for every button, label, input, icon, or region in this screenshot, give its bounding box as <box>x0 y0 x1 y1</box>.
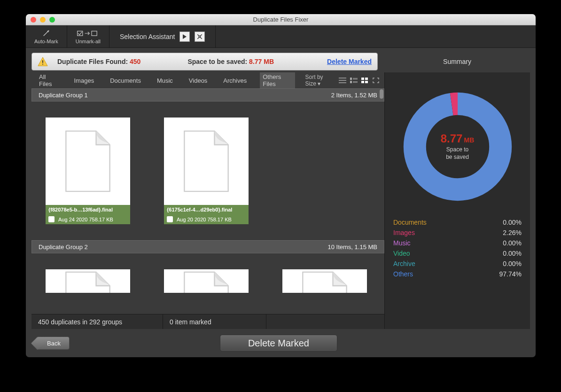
legend-archive-pct: 0.00% <box>503 260 522 267</box>
tab-all-files[interactable]: All Files <box>36 72 61 89</box>
toolbar: Auto-Mark Unmark-all Selection Assistant <box>26 25 536 48</box>
view-detail-icon[interactable] <box>350 77 358 84</box>
svg-rect-4 <box>42 64 43 65</box>
file-card[interactable]: {6175c1ef-4…d29eb0}.final Aug 20 2020 75… <box>164 118 249 224</box>
svg-rect-10 <box>353 82 358 83</box>
view-grid-icon[interactable] <box>361 77 368 84</box>
svg-rect-1 <box>92 31 97 36</box>
summary-title: Summary <box>384 53 530 71</box>
group-meta: 10 Items, 1.15 MB <box>328 243 378 251</box>
svg-rect-12 <box>365 78 368 80</box>
titlebar: Duplicate Files Fixer <box>26 14 536 25</box>
file-meta: Aug 20 2020 758.17 KB <box>177 217 232 222</box>
file-meta: Aug 24 2020 758.17 KB <box>58 217 113 222</box>
status-marked-count: 0 item marked <box>163 314 266 329</box>
selection-assistant: Selection Assistant <box>109 25 216 47</box>
group-name: Duplicate Group 2 <box>39 243 88 251</box>
automark-label: Auto-Mark <box>34 39 58 44</box>
legend-documents-pct: 0.00% <box>503 219 522 226</box>
back-button[interactable]: Back <box>36 337 70 350</box>
selection-assistant-label: Selection Assistant <box>120 33 175 40</box>
unmarkall-button[interactable]: Unmark-all <box>67 25 109 47</box>
file-card[interactable] <box>164 269 249 293</box>
svg-point-2 <box>199 36 201 38</box>
delete-marked-link[interactable]: Delete Marked <box>327 58 372 65</box>
status-dup-count: 450 duplicates in 292 groups <box>31 314 163 329</box>
donut-value: 8.77 <box>441 132 463 145</box>
legend: Documents0.00% Images2.26% Music0.00% Vi… <box>393 217 522 279</box>
tab-archives[interactable]: Archives <box>220 75 249 86</box>
svg-rect-6 <box>353 78 358 78</box>
automark-button[interactable]: Auto-Mark <box>26 25 67 47</box>
scrollbar-thumb[interactable] <box>380 89 383 99</box>
svg-rect-14 <box>365 81 368 83</box>
group-header-2[interactable]: Duplicate Group 2 10 Items, 1.15 MB <box>31 240 384 253</box>
legend-video: Video <box>393 250 503 257</box>
assistant-settings-button[interactable] <box>195 31 205 42</box>
legend-documents: Documents <box>393 219 503 226</box>
infobar: Duplicate Files Found: 450 Space to be s… <box>31 53 530 71</box>
file-card[interactable]: {f82078e5-b…13f6ad}.final Aug 24 2020 75… <box>46 118 130 224</box>
bottombar: Back Delete Marked <box>26 329 536 357</box>
minimize-icon[interactable] <box>40 17 46 23</box>
view-list-icon[interactable] <box>339 77 346 84</box>
svg-rect-11 <box>361 78 364 80</box>
group-header-1[interactable]: Duplicate Group 1 2 Items, 1.52 MB <box>31 88 384 102</box>
legend-music: Music <box>393 239 503 247</box>
legend-archive: Archive <box>393 260 503 267</box>
space-value: 8.77 MB <box>249 58 274 65</box>
close-icon[interactable] <box>31 17 36 23</box>
dup-found-label: Duplicate Files Found: <box>57 58 128 65</box>
assistant-play-button[interactable] <box>179 31 190 42</box>
file-name: {6175c1ef-4…d29eb0}.final <box>164 205 249 214</box>
legend-others: Others <box>393 270 499 278</box>
app-window: Duplicate Files Fixer Auto-Mark Unmark-a… <box>26 14 536 357</box>
file-icon <box>164 269 249 293</box>
delete-marked-button[interactable]: Delete Marked <box>220 335 337 352</box>
sort-label: Sort by Size <box>305 74 323 87</box>
svg-rect-9 <box>353 81 358 82</box>
svg-rect-8 <box>350 81 352 83</box>
svg-rect-7 <box>353 79 358 79</box>
file-icon <box>164 118 249 205</box>
file-icon <box>46 118 130 205</box>
infobar-content: Duplicate Files Found: 450 Space to be s… <box>31 53 378 71</box>
main-panel: All Files Images Documents Music Videos … <box>31 72 384 329</box>
file-icon <box>282 269 367 293</box>
warning-icon <box>38 56 48 67</box>
zoom-icon[interactable] <box>49 17 55 23</box>
tab-images[interactable]: Images <box>71 75 97 86</box>
svg-rect-13 <box>361 81 364 83</box>
summary-panel: 8.77MB Space to be saved Documents0.00% … <box>384 72 530 329</box>
legend-music-pct: 0.00% <box>503 239 522 247</box>
legend-others-pct: 97.74% <box>499 270 522 278</box>
group-name: Duplicate Group 1 <box>39 92 88 99</box>
dup-found-count: 450 <box>130 58 140 65</box>
group-meta: 2 Items, 1.52 MB <box>331 92 377 99</box>
statusbar: 450 duplicates in 292 groups 0 item mark… <box>31 314 384 329</box>
uncheck-icon <box>76 29 100 38</box>
file-card[interactable] <box>46 269 130 293</box>
file-name: {f82078e5-b…13f6ad}.final <box>46 205 130 214</box>
sort-dropdown[interactable]: Sort by Size ▾ <box>305 74 335 87</box>
file-icon <box>46 269 130 293</box>
donut-sublabel: Space to be saved <box>446 146 469 161</box>
donut-unit: MB <box>464 136 474 144</box>
window-title: Duplicate Files Fixer <box>26 16 536 23</box>
svg-rect-3 <box>42 60 43 63</box>
results-scroll[interactable]: Duplicate Group 1 2 Items, 1.52 MB {f820… <box>31 88 384 314</box>
tab-others[interactable]: Others Files <box>260 72 295 89</box>
unmarkall-label: Unmark-all <box>76 39 101 44</box>
file-checkbox[interactable] <box>48 216 55 222</box>
legend-images: Images <box>393 229 503 236</box>
filter-tabs: All Files Images Documents Music Videos … <box>31 72 384 88</box>
tab-documents[interactable]: Documents <box>107 75 144 86</box>
view-expand-icon[interactable] <box>373 77 380 84</box>
space-donut-chart: 8.77MB Space to be saved <box>401 90 514 203</box>
space-label: Space to be saved: <box>187 58 247 65</box>
tab-music[interactable]: Music <box>154 75 176 86</box>
file-checkbox[interactable] <box>167 216 173 222</box>
tab-videos[interactable]: Videos <box>186 75 210 86</box>
traffic-lights <box>31 17 55 23</box>
file-card[interactable] <box>282 269 367 293</box>
